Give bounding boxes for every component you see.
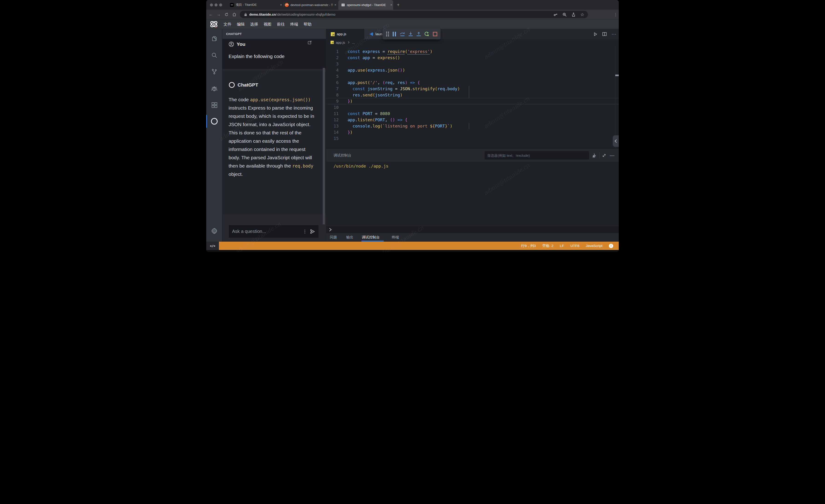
bookmark-star-icon[interactable]: ☆ bbox=[580, 12, 584, 17]
status-language[interactable]: JavaScript bbox=[586, 244, 602, 248]
browser-tab-project[interactable]: <> 项目 - TitanIDE × bbox=[230, 0, 283, 10]
code-editor[interactable]: 1const express = require('express')2cons… bbox=[326, 46, 619, 149]
clear-console-icon[interactable] bbox=[591, 149, 596, 162]
browser-tab-opensumi[interactable]: opensumi-xhqfgvl - TitanIDE × bbox=[339, 0, 393, 10]
indent-guide bbox=[469, 123, 469, 129]
step-into-icon[interactable] bbox=[408, 31, 413, 36]
editor-tab-label: app.js bbox=[337, 32, 346, 36]
status-bar: 行9，列3 空格: 2 LF UTF8 JavaScript ! bbox=[219, 242, 619, 250]
browser-tab-devtool[interactable]: devtool-postman-walvamdz - T × bbox=[285, 0, 337, 10]
menu-help[interactable]: 帮助 bbox=[304, 19, 311, 29]
debug-console-title: 调试控制台 bbox=[333, 149, 352, 162]
console-filter-input[interactable] bbox=[484, 151, 589, 160]
chat-panel-header: CHATGPT bbox=[222, 29, 326, 39]
code-line: 12app.listen(PORT, () => { bbox=[326, 117, 619, 123]
menu-terminal[interactable]: 终端 bbox=[290, 19, 298, 29]
code-line: 14}) bbox=[326, 129, 619, 135]
restart-icon[interactable] bbox=[424, 31, 429, 36]
zoom-icon[interactable] bbox=[562, 12, 567, 17]
edit-message-icon[interactable] bbox=[308, 40, 312, 45]
tab-terminal[interactable]: 终端 bbox=[392, 233, 399, 242]
console-repl-row[interactable] bbox=[326, 226, 619, 233]
chevron-right-icon bbox=[347, 41, 350, 44]
search-icon[interactable] bbox=[206, 49, 222, 62]
ask-question-box: ⋮ bbox=[229, 225, 319, 238]
window-bottom-edge bbox=[206, 250, 619, 252]
status-encoding[interactable]: UTF8 bbox=[571, 244, 579, 248]
menu-edit[interactable]: 编辑 bbox=[237, 19, 245, 29]
activity-bar bbox=[206, 29, 222, 242]
menu-select[interactable]: 选择 bbox=[250, 19, 258, 29]
code-line: 8 res.send(jsonString) bbox=[326, 92, 619, 98]
back-icon[interactable]: ← bbox=[208, 10, 214, 19]
status-cursor-position[interactable]: 行9，列3 bbox=[521, 244, 536, 248]
source-control-icon[interactable] bbox=[206, 65, 222, 78]
bottom-panel-tabs: 问题 输出 调试控制台 终端 bbox=[326, 233, 619, 242]
close-tab-icon[interactable]: × bbox=[389, 3, 393, 7]
chat-options-kebab-icon[interactable]: ⋮ bbox=[300, 229, 310, 234]
titanide-logo bbox=[210, 20, 218, 28]
forward-icon[interactable]: → bbox=[216, 10, 221, 19]
minimize-panel-icon[interactable]: — bbox=[610, 149, 614, 162]
code-line: 13 console.log(`listening on port ${PORT… bbox=[326, 123, 619, 129]
tab-debug-console[interactable]: 调试控制台 bbox=[362, 233, 380, 242]
browser-menu-icon[interactable]: ⋮ bbox=[613, 10, 618, 19]
browser-tab-title: opensumi-xhqfgvl - TitanIDE bbox=[347, 3, 386, 7]
code-line: 10 bbox=[326, 104, 619, 110]
chat-scrollbar[interactable] bbox=[323, 68, 325, 224]
tab-output[interactable]: 输出 bbox=[346, 233, 353, 242]
home-icon[interactable] bbox=[232, 10, 237, 19]
explorer-icon[interactable] bbox=[206, 32, 222, 45]
titanide-icon bbox=[341, 3, 345, 7]
tab-problems[interactable]: 问题 bbox=[330, 233, 337, 242]
notification-icon[interactable]: ! bbox=[609, 244, 613, 248]
overview-ruler-marker bbox=[615, 75, 619, 76]
lock-icon bbox=[244, 13, 247, 16]
url-bar[interactable]: demo.titanide.cn/ide/web/coding/opensumi… bbox=[240, 11, 588, 18]
person-icon bbox=[229, 41, 234, 47]
editor-tab-appjs[interactable]: JS app.js bbox=[326, 29, 364, 39]
vscode-icon bbox=[369, 32, 373, 36]
close-tab-icon[interactable]: × bbox=[279, 3, 283, 7]
indent-guide bbox=[469, 86, 469, 98]
menu-view[interactable]: 视图 bbox=[264, 19, 272, 29]
drag-handle-icon[interactable] bbox=[386, 31, 389, 36]
new-tab-button[interactable]: + bbox=[395, 0, 401, 10]
debug-icon[interactable] bbox=[206, 82, 222, 95]
status-indentation[interactable]: 空格: 2 bbox=[542, 244, 553, 248]
more-actions-icon[interactable]: ··· bbox=[612, 32, 616, 36]
status-code-glyph[interactable]: </> bbox=[206, 242, 219, 250]
minimize-window-button[interactable] bbox=[215, 3, 218, 6]
menu-file[interactable]: 文件 bbox=[224, 19, 231, 29]
send-icon[interactable] bbox=[310, 229, 319, 234]
ask-question-input[interactable] bbox=[229, 229, 300, 234]
maximize-panel-icon[interactable] bbox=[602, 149, 606, 162]
active-tab-underline bbox=[361, 241, 384, 241]
split-editor-icon[interactable] bbox=[602, 32, 607, 36]
code-line: 3 bbox=[326, 61, 619, 67]
close-window-button[interactable] bbox=[210, 3, 213, 6]
step-out-icon[interactable] bbox=[417, 31, 421, 36]
close-tab-icon[interactable]: × bbox=[333, 3, 337, 7]
chatgpt-logo-icon bbox=[229, 82, 235, 88]
stop-icon[interactable] bbox=[433, 32, 437, 36]
share-icon[interactable] bbox=[571, 12, 576, 17]
reload-icon[interactable] bbox=[224, 10, 229, 19]
debug-console-output[interactable]: /usr/bin/node ./app.js bbox=[326, 162, 619, 226]
breadcrumb-symbol: ... bbox=[352, 40, 355, 45]
extensions-icon[interactable] bbox=[206, 98, 222, 111]
breadcrumb[interactable]: JS app.js ... bbox=[326, 39, 619, 46]
status-eol[interactable]: LF bbox=[560, 244, 564, 248]
code-line: 4app.use(express.json()) bbox=[326, 67, 619, 73]
chatgpt-icon[interactable] bbox=[206, 115, 222, 128]
settings-gear-icon[interactable] bbox=[206, 225, 222, 238]
url-host: demo.titanide.cn bbox=[249, 13, 276, 16]
zoom-window-button[interactable] bbox=[219, 3, 222, 6]
pause-icon[interactable] bbox=[392, 31, 396, 36]
collapse-panel-chevron[interactable] bbox=[613, 135, 619, 147]
run-icon[interactable] bbox=[593, 32, 597, 36]
password-key-icon[interactable] bbox=[553, 12, 558, 17]
step-over-icon[interactable] bbox=[400, 31, 405, 36]
menu-go[interactable]: 前往 bbox=[277, 19, 285, 29]
editor-tab-label: laun bbox=[375, 32, 382, 36]
